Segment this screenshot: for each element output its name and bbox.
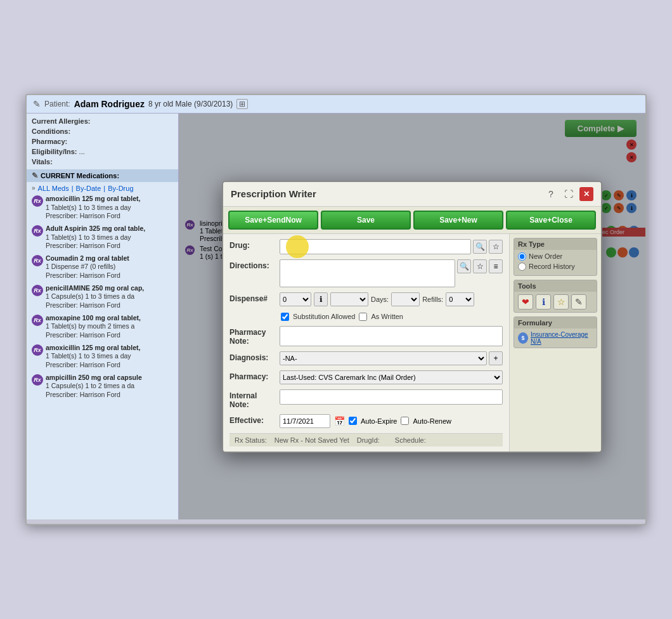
drug-control: 🔍 ☆: [280, 239, 503, 254]
drug-favorite-icon[interactable]: ☆: [489, 240, 503, 254]
med-item[interactable]: Rx Adult Aspirin 325 mg oral table, 1 Ta…: [32, 225, 173, 251]
rx-icon: Rx: [32, 225, 43, 237]
record-history-radio[interactable]: [518, 263, 526, 271]
dispense-info-icon[interactable]: ℹ: [314, 292, 328, 306]
star-tool-icon[interactable]: ☆: [553, 294, 569, 310]
edit-patient-icon[interactable]: ✎: [33, 99, 41, 109]
rx-icon: Rx: [32, 255, 43, 266]
allergies-label: Current Allergies:: [32, 117, 91, 125]
med-item[interactable]: Rx amoxicillin 125 mg oral tablet, 1 Tab…: [32, 344, 173, 370]
formulary-text: Insurance-Coverage N/A: [531, 331, 593, 345]
new-order-radio[interactable]: [518, 252, 526, 261]
schedule-label: Schedule:: [395, 436, 426, 444]
patient-header: ✎ Patient: Adam Rodriguez 8 yr old Male …: [27, 95, 645, 114]
internal-note-row: Internal Note:: [229, 389, 503, 409]
dialog-toolbar: Save+SendNow Save Save+New Save+Close: [223, 207, 601, 234]
med-item[interactable]: Rx penicillAMINE 250 mg oral cap, 1 Caps…: [32, 284, 173, 310]
med-text: Coumadin 2 mg oral tablet 1 Dispense #7 …: [46, 254, 129, 280]
as-written-checkbox[interactable]: [359, 313, 367, 321]
rx-type-section: Rx Type New Order Record History: [514, 238, 597, 276]
drug-input[interactable]: [280, 239, 471, 254]
days-label: Days:: [371, 296, 389, 303]
med-item[interactable]: Rx amoxicillin 125 mg oral tablet, 1 Tab…: [32, 195, 173, 221]
eligibility-label: Eligibility/Ins:: [32, 148, 77, 155]
patient-info: 8 yr old Male (9/30/2013): [148, 100, 233, 108]
auto-renew-checkbox[interactable]: [401, 417, 409, 425]
auto-expire-checkbox[interactable]: [349, 417, 357, 425]
by-date-link[interactable]: By-Date: [76, 185, 101, 192]
drug-id-label: DrugId:: [357, 436, 380, 444]
right-panel: Complete ▶ ✕ ✕ ✓ ✎ ℹ: [179, 114, 645, 519]
save-new-button[interactable]: Save+New: [413, 211, 503, 230]
pharmacy-label-form: Pharmacy:: [229, 370, 277, 381]
patient-edit-btn[interactable]: ⊞: [236, 99, 248, 109]
directions-label: Directions:: [229, 259, 277, 270]
drug-search-icon[interactable]: 🔍: [473, 240, 487, 254]
directions-textarea[interactable]: [280, 259, 455, 287]
directions-list-icon[interactable]: ≡: [489, 259, 503, 273]
med-item[interactable]: Rx amoxapine 100 mg oral tablet, 1 Table…: [32, 314, 173, 340]
dispense-select[interactable]: 0: [280, 292, 311, 306]
dispense-controls: 0 ℹ Days:: [280, 292, 474, 306]
dispense-unit-select[interactable]: [330, 292, 368, 306]
formulary-title: Formulary: [514, 317, 597, 329]
save-send-now-button[interactable]: Save+SendNow: [228, 211, 318, 230]
allergies-row: Current Allergies:: [32, 117, 173, 125]
close-button[interactable]: ✕: [579, 187, 593, 201]
pharmacy-row: Pharmacy: Last-Used: CVS Caremark Inc (M…: [229, 370, 503, 384]
dialog-body: Drug: 🔍 ☆: [223, 234, 601, 452]
internal-note-control: [280, 389, 503, 405]
substitution-label: Substitution Allowed: [293, 313, 355, 320]
rx-icon: Rx: [32, 374, 43, 386]
diagnosis-select[interactable]: -NA-: [280, 351, 487, 365]
record-history-option[interactable]: Record History: [518, 263, 593, 271]
current-meds-header: ✎ CURRENT Medications:: [27, 169, 178, 182]
med-text: Adult Aspirin 325 mg oral table, 1 Table…: [46, 225, 145, 251]
pharmacy-select[interactable]: Last-Used: CVS Caremark Inc (Mail Order): [280, 370, 503, 384]
main-content: Current Allergies: Conditions: Pharmacy:…: [27, 114, 645, 519]
med-item[interactable]: Rx ampicillin 250 mg oral capsule 1 Caps…: [32, 374, 173, 400]
rx-icon: Rx: [32, 195, 43, 207]
info-tool-icon[interactable]: ℹ: [536, 294, 551, 310]
expand-button[interactable]: ⛶: [562, 187, 576, 201]
directions-control: 🔍 ☆ ≡: [280, 259, 503, 287]
heart-tool-icon[interactable]: ❤: [518, 294, 533, 310]
rx-status-value: New Rx - Not Saved Yet: [275, 436, 349, 444]
new-order-option[interactable]: New Order: [518, 252, 593, 261]
prescription-writer-dialog: Prescription Writer ? ⛶ ✕ Save+SendNow S…: [222, 181, 602, 453]
substitution-row: Substitution Allowed As Written: [229, 311, 503, 321]
all-meds-link[interactable]: ALL Meds: [38, 185, 69, 192]
dispense-label: Dispense#: [229, 292, 277, 303]
internal-note-input[interactable]: [280, 389, 503, 405]
diagnosis-add-icon[interactable]: +: [489, 351, 503, 365]
directions-favorite-icon[interactable]: ☆: [473, 259, 487, 273]
by-drug-link[interactable]: By-Drug: [108, 185, 133, 192]
edit-tool-icon[interactable]: ✎: [571, 294, 586, 310]
dialog-title: Prescription Writer: [231, 188, 316, 199]
save-close-button[interactable]: Save+Close: [506, 211, 596, 230]
days-select[interactable]: [391, 292, 420, 306]
med-nav-links: » ALL Meds | By-Date | By-Drug: [32, 185, 173, 192]
refills-select[interactable]: 0: [446, 292, 474, 306]
pharmacy-note-label: Pharmacy Note:: [229, 326, 277, 346]
formulary-icon: $: [518, 332, 528, 344]
dialog-title-icons: ? ⛶ ✕: [544, 187, 593, 201]
pharmacy-note-textarea[interactable]: [280, 326, 503, 346]
substitution-checkbox[interactable]: [281, 313, 289, 321]
dialog-titlebar: Prescription Writer ? ⛶ ✕: [223, 182, 601, 207]
med-text: amoxicillin 125 mg oral tablet, 1 Tablet…: [46, 344, 140, 370]
med-text: ampicillin 250 mg oral capsule 1 Capsule…: [46, 374, 142, 400]
directions-search-icon[interactable]: 🔍: [457, 259, 471, 273]
dialog-form: Drug: 🔍 ☆: [223, 234, 509, 452]
help-button[interactable]: ?: [544, 187, 558, 201]
rx-icon: Rx: [32, 344, 43, 356]
med-item[interactable]: Rx Coumadin 2 mg oral tablet 1 Dispense …: [32, 254, 173, 280]
med-text: amoxicillin 125 mg oral tablet, 1 Tablet…: [46, 195, 140, 221]
conditions-row: Conditions:: [32, 127, 173, 135]
calendar-icon[interactable]: 📅: [334, 416, 345, 426]
diagnosis-label: Diagnosis:: [229, 351, 277, 362]
effective-date-input[interactable]: [280, 414, 330, 428]
formulary-item[interactable]: $ Insurance-Coverage N/A: [518, 331, 593, 345]
save-button[interactable]: Save: [321, 211, 411, 230]
tools-icons: ❤ ℹ ☆ ✎: [518, 294, 593, 310]
